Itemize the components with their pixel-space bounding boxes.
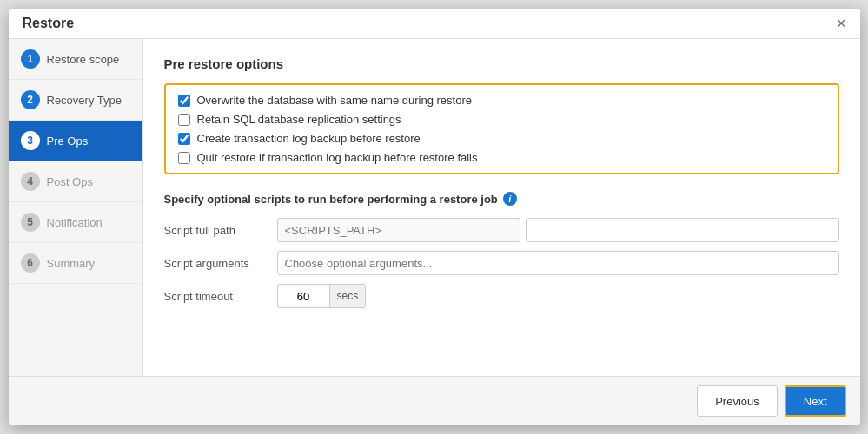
- main-content: Pre restore options Overwrite the databa…: [143, 39, 860, 376]
- timeout-unit: secs: [329, 284, 367, 308]
- dialog-body: 1Restore scope2Recovery Type3Pre Ops4Pos…: [9, 39, 860, 376]
- checkbox-label-create-txlog: Create transaction log backup before res…: [197, 132, 421, 145]
- checkbox-row-overwrite-db: Overwrite the database with same name du…: [178, 94, 825, 107]
- step-number: 2: [21, 90, 40, 109]
- sidebar: 1Restore scope2Recovery Type3Pre Ops4Pos…: [9, 39, 143, 376]
- next-button[interactable]: Next: [785, 385, 846, 417]
- step-number: 5: [21, 213, 40, 232]
- restore-dialog: Restore × 1Restore scope2Recovery Type3P…: [9, 9, 860, 425]
- sidebar-item-notification: 5Notification: [9, 202, 142, 243]
- sidebar-item-recovery-type[interactable]: 2Recovery Type: [9, 80, 142, 121]
- script-path-extra-input[interactable]: [526, 218, 839, 242]
- sidebar-item-post-ops: 4Post Ops: [9, 161, 142, 202]
- sidebar-item-label: Summary: [47, 257, 96, 270]
- script-path-input[interactable]: [277, 218, 520, 242]
- checkbox-row-quit-restore: Quit restore if transaction log backup b…: [178, 151, 825, 164]
- sidebar-item-pre-ops[interactable]: 3Pre Ops: [9, 121, 142, 161]
- sidebar-item-label: Notification: [47, 216, 103, 229]
- step-number: 6: [21, 253, 40, 273]
- script-args-label: Script arguments: [164, 257, 277, 270]
- step-number: 1: [21, 49, 40, 69]
- checkbox-row-create-txlog: Create transaction log backup before res…: [178, 132, 825, 145]
- checkbox-label-quit-restore: Quit restore if transaction log backup b…: [197, 151, 478, 164]
- script-timeout-row: Script timeout secs: [164, 284, 839, 308]
- step-number: 3: [21, 131, 40, 150]
- sidebar-item-label: Post Ops: [47, 175, 93, 188]
- dialog-header: Restore ×: [9, 9, 860, 39]
- checkbox-label-retain-sql: Retain SQL database replication settings: [197, 113, 401, 126]
- script-path-row: Script full path: [164, 218, 839, 242]
- scripts-section-title: Specify optional scripts to run before p…: [164, 192, 839, 206]
- script-timeout-label: Script timeout: [164, 290, 277, 303]
- checkbox-row-retain-sql: Retain SQL database replication settings: [178, 113, 825, 126]
- checkbox-quit-restore[interactable]: [178, 152, 190, 164]
- sidebar-item-restore-scope[interactable]: 1Restore scope: [9, 39, 142, 80]
- checkbox-overwrite-db[interactable]: [178, 95, 190, 107]
- pre-restore-options-box: Overwrite the database with same name du…: [164, 83, 839, 174]
- script-args-row: Script arguments: [164, 251, 839, 275]
- info-icon[interactable]: i: [503, 192, 517, 206]
- timeout-container: secs: [277, 284, 367, 308]
- sidebar-item-label: Restore scope: [47, 53, 120, 66]
- script-path-label: Script full path: [164, 224, 277, 237]
- close-button[interactable]: ×: [837, 16, 846, 31]
- previous-button[interactable]: Previous: [697, 385, 778, 417]
- checkbox-label-overwrite-db: Overwrite the database with same name du…: [197, 94, 473, 107]
- sidebar-item-label: Pre Ops: [47, 135, 89, 148]
- script-timeout-input[interactable]: [277, 284, 329, 308]
- dialog-title: Restore: [23, 16, 75, 31]
- section-title: Pre restore options: [164, 56, 839, 71]
- sidebar-item-summary: 6Summary: [9, 243, 142, 284]
- step-number: 4: [21, 172, 40, 191]
- script-args-input[interactable]: [277, 251, 839, 275]
- checkbox-create-txlog[interactable]: [178, 133, 190, 145]
- sidebar-item-label: Recovery Type: [47, 94, 122, 107]
- checkbox-retain-sql[interactable]: [178, 114, 190, 126]
- dialog-footer: Previous Next: [9, 376, 860, 425]
